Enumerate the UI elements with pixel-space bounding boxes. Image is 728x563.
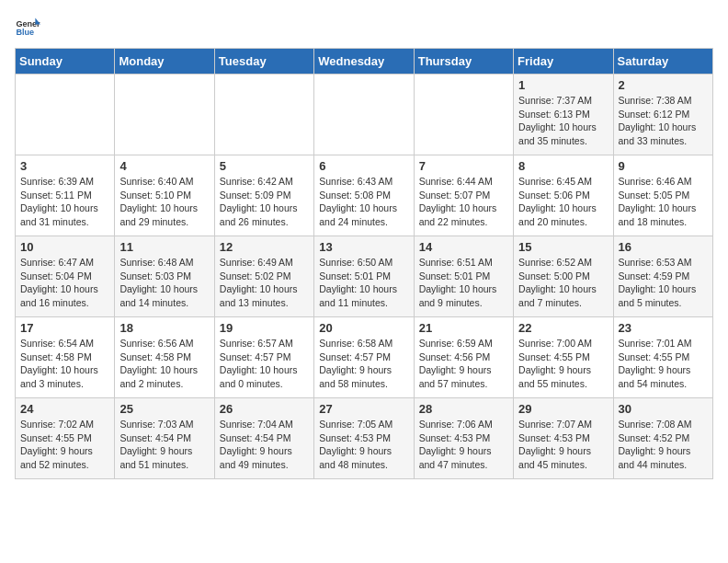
day-info: Sunrise: 7:08 AMSunset: 4:52 PMDaylight:… bbox=[619, 418, 708, 472]
day-cell: 5Sunrise: 6:42 AMSunset: 5:09 PMDaylight… bbox=[214, 155, 313, 236]
day-cell bbox=[16, 75, 115, 155]
day-cell: 13Sunrise: 6:50 AMSunset: 5:01 PMDayligh… bbox=[314, 236, 414, 317]
day-info: Sunrise: 7:03 AMSunset: 4:54 PMDaylight:… bbox=[119, 418, 209, 472]
day-info: Sunrise: 6:58 AMSunset: 4:57 PMDaylight:… bbox=[319, 337, 408, 391]
day-cell: 20Sunrise: 6:58 AMSunset: 4:57 PMDayligh… bbox=[314, 317, 414, 398]
week-row-3: 17Sunrise: 6:54 AMSunset: 4:58 PMDayligh… bbox=[16, 317, 713, 398]
day-info: Sunrise: 6:39 AMSunset: 5:11 PMDaylight:… bbox=[20, 175, 109, 229]
day-info: Sunrise: 6:43 AMSunset: 5:08 PMDaylight:… bbox=[319, 175, 408, 229]
day-info: Sunrise: 6:47 AMSunset: 5:04 PMDaylight:… bbox=[20, 256, 109, 310]
day-info: Sunrise: 7:37 AMSunset: 6:13 PMDaylight:… bbox=[518, 94, 608, 148]
calendar-table: SundayMondayTuesdayWednesdayThursdayFrid… bbox=[15, 48, 713, 479]
day-number: 17 bbox=[20, 321, 109, 335]
day-number: 24 bbox=[20, 402, 109, 416]
day-number: 13 bbox=[319, 240, 408, 254]
week-row-0: 1Sunrise: 7:37 AMSunset: 6:13 PMDaylight… bbox=[16, 75, 713, 155]
day-number: 10 bbox=[20, 240, 109, 254]
day-cell: 6Sunrise: 6:43 AMSunset: 5:08 PMDaylight… bbox=[314, 155, 414, 236]
day-cell: 19Sunrise: 6:57 AMSunset: 4:57 PMDayligh… bbox=[214, 317, 313, 398]
day-info: Sunrise: 7:04 AMSunset: 4:54 PMDaylight:… bbox=[220, 418, 309, 472]
day-cell: 21Sunrise: 6:59 AMSunset: 4:56 PMDayligh… bbox=[414, 317, 513, 398]
weekday-header-saturday: Saturday bbox=[613, 49, 712, 75]
day-cell: 11Sunrise: 6:48 AMSunset: 5:03 PMDayligh… bbox=[115, 236, 214, 317]
day-info: Sunrise: 6:48 AMSunset: 5:03 PMDaylight:… bbox=[119, 256, 209, 310]
day-number: 8 bbox=[518, 159, 608, 173]
day-cell: 9Sunrise: 6:46 AMSunset: 5:05 PMDaylight… bbox=[613, 155, 712, 236]
day-cell bbox=[115, 75, 214, 155]
day-number: 6 bbox=[319, 159, 408, 173]
day-number: 20 bbox=[319, 321, 408, 335]
logo-icon: General Blue bbox=[15, 15, 40, 40]
day-cell: 3Sunrise: 6:39 AMSunset: 5:11 PMDaylight… bbox=[16, 155, 115, 236]
day-cell: 18Sunrise: 6:56 AMSunset: 4:58 PMDayligh… bbox=[115, 317, 214, 398]
day-cell: 14Sunrise: 6:51 AMSunset: 5:01 PMDayligh… bbox=[414, 236, 513, 317]
day-number: 5 bbox=[220, 159, 309, 173]
day-cell: 23Sunrise: 7:01 AMSunset: 4:55 PMDayligh… bbox=[613, 317, 712, 398]
day-number: 9 bbox=[619, 159, 708, 173]
day-cell: 22Sunrise: 7:00 AMSunset: 4:55 PMDayligh… bbox=[514, 317, 613, 398]
day-cell bbox=[414, 75, 513, 155]
day-cell: 29Sunrise: 7:07 AMSunset: 4:53 PMDayligh… bbox=[514, 398, 613, 479]
day-info: Sunrise: 7:00 AMSunset: 4:55 PMDaylight:… bbox=[518, 337, 608, 391]
day-cell: 24Sunrise: 7:02 AMSunset: 4:55 PMDayligh… bbox=[16, 398, 115, 479]
day-number: 4 bbox=[119, 159, 209, 173]
day-number: 28 bbox=[419, 402, 508, 416]
day-number: 22 bbox=[518, 321, 608, 335]
logo: General Blue bbox=[15, 15, 44, 40]
day-info: Sunrise: 7:07 AMSunset: 4:53 PMDaylight:… bbox=[518, 418, 608, 472]
day-number: 19 bbox=[220, 321, 309, 335]
day-number: 16 bbox=[619, 240, 708, 254]
day-number: 11 bbox=[119, 240, 209, 254]
day-cell: 8Sunrise: 6:45 AMSunset: 5:06 PMDaylight… bbox=[514, 155, 613, 236]
day-info: Sunrise: 7:01 AMSunset: 4:55 PMDaylight:… bbox=[619, 337, 708, 391]
week-row-1: 3Sunrise: 6:39 AMSunset: 5:11 PMDaylight… bbox=[16, 155, 713, 236]
day-number: 21 bbox=[419, 321, 508, 335]
day-info: Sunrise: 6:54 AMSunset: 4:58 PMDaylight:… bbox=[20, 337, 109, 391]
weekday-header-sunday: Sunday bbox=[16, 49, 115, 75]
weekday-header-thursday: Thursday bbox=[414, 49, 513, 75]
day-number: 25 bbox=[119, 402, 209, 416]
weekday-header-row: SundayMondayTuesdayWednesdayThursdayFrid… bbox=[16, 49, 713, 75]
day-cell: 4Sunrise: 6:40 AMSunset: 5:10 PMDaylight… bbox=[115, 155, 214, 236]
header: General Blue bbox=[15, 15, 713, 40]
day-number: 27 bbox=[319, 402, 408, 416]
day-number: 23 bbox=[619, 321, 708, 335]
weekday-header-monday: Monday bbox=[115, 49, 214, 75]
day-info: Sunrise: 7:06 AMSunset: 4:53 PMDaylight:… bbox=[419, 418, 508, 472]
day-cell: 15Sunrise: 6:52 AMSunset: 5:00 PMDayligh… bbox=[514, 236, 613, 317]
day-number: 14 bbox=[419, 240, 508, 254]
day-info: Sunrise: 6:44 AMSunset: 5:07 PMDaylight:… bbox=[419, 175, 508, 229]
day-info: Sunrise: 7:38 AMSunset: 6:12 PMDaylight:… bbox=[619, 94, 708, 148]
day-number: 2 bbox=[619, 78, 708, 92]
day-info: Sunrise: 6:51 AMSunset: 5:01 PMDaylight:… bbox=[419, 256, 508, 310]
day-info: Sunrise: 6:45 AMSunset: 5:06 PMDaylight:… bbox=[518, 175, 608, 229]
day-number: 26 bbox=[220, 402, 309, 416]
day-cell: 17Sunrise: 6:54 AMSunset: 4:58 PMDayligh… bbox=[16, 317, 115, 398]
day-number: 12 bbox=[220, 240, 309, 254]
day-cell: 16Sunrise: 6:53 AMSunset: 4:59 PMDayligh… bbox=[613, 236, 712, 317]
day-info: Sunrise: 7:02 AMSunset: 4:55 PMDaylight:… bbox=[20, 418, 109, 472]
day-info: Sunrise: 6:42 AMSunset: 5:09 PMDaylight:… bbox=[220, 175, 309, 229]
day-number: 30 bbox=[619, 402, 708, 416]
day-info: Sunrise: 6:40 AMSunset: 5:10 PMDaylight:… bbox=[119, 175, 209, 229]
day-cell: 28Sunrise: 7:06 AMSunset: 4:53 PMDayligh… bbox=[414, 398, 513, 479]
day-cell bbox=[214, 75, 313, 155]
day-number: 1 bbox=[518, 78, 608, 92]
day-cell: 7Sunrise: 6:44 AMSunset: 5:07 PMDaylight… bbox=[414, 155, 513, 236]
weekday-header-friday: Friday bbox=[514, 49, 613, 75]
day-cell: 26Sunrise: 7:04 AMSunset: 4:54 PMDayligh… bbox=[214, 398, 313, 479]
day-cell: 2Sunrise: 7:38 AMSunset: 6:12 PMDaylight… bbox=[613, 75, 712, 155]
day-info: Sunrise: 6:50 AMSunset: 5:01 PMDaylight:… bbox=[319, 256, 408, 310]
day-info: Sunrise: 6:52 AMSunset: 5:00 PMDaylight:… bbox=[518, 256, 608, 310]
day-cell: 27Sunrise: 7:05 AMSunset: 4:53 PMDayligh… bbox=[314, 398, 414, 479]
weekday-header-wednesday: Wednesday bbox=[314, 49, 414, 75]
day-cell: 12Sunrise: 6:49 AMSunset: 5:02 PMDayligh… bbox=[214, 236, 313, 317]
day-cell: 25Sunrise: 7:03 AMSunset: 4:54 PMDayligh… bbox=[115, 398, 214, 479]
day-number: 3 bbox=[20, 159, 109, 173]
day-info: Sunrise: 6:57 AMSunset: 4:57 PMDaylight:… bbox=[220, 337, 309, 391]
day-number: 18 bbox=[119, 321, 209, 335]
day-number: 7 bbox=[419, 159, 508, 173]
day-info: Sunrise: 6:59 AMSunset: 4:56 PMDaylight:… bbox=[419, 337, 508, 391]
day-cell: 30Sunrise: 7:08 AMSunset: 4:52 PMDayligh… bbox=[613, 398, 712, 479]
day-cell bbox=[314, 75, 414, 155]
